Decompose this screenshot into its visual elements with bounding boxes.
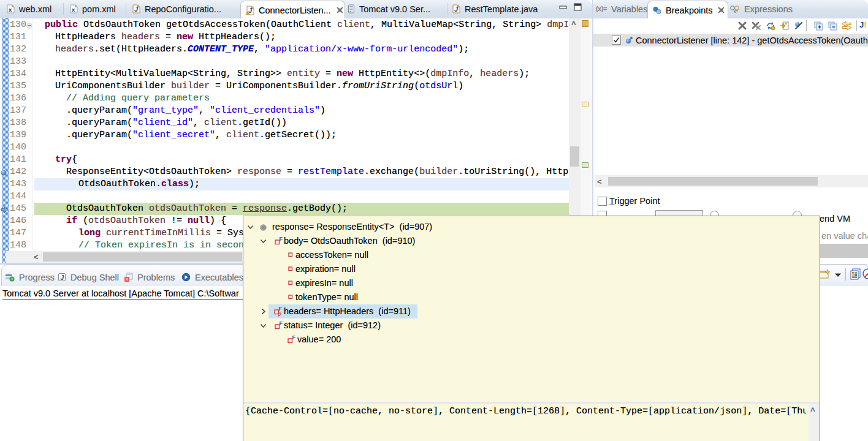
svg-text:J: J bbox=[61, 274, 64, 281]
svg-text:J: J bbox=[454, 6, 459, 13]
svg-text:J: J bbox=[134, 6, 139, 13]
svg-text:F: F bbox=[292, 335, 296, 341]
svg-text:x: x bbox=[9, 6, 12, 13]
svg-text:F: F bbox=[280, 321, 283, 326]
svg-text:F: F bbox=[279, 307, 283, 312]
svg-text:J: J bbox=[248, 7, 253, 14]
svg-text:!: ! bbox=[247, 11, 248, 15]
svg-text:x=: x= bbox=[734, 9, 738, 13]
svg-text:x: x bbox=[72, 6, 75, 13]
svg-text:F: F bbox=[280, 236, 283, 242]
